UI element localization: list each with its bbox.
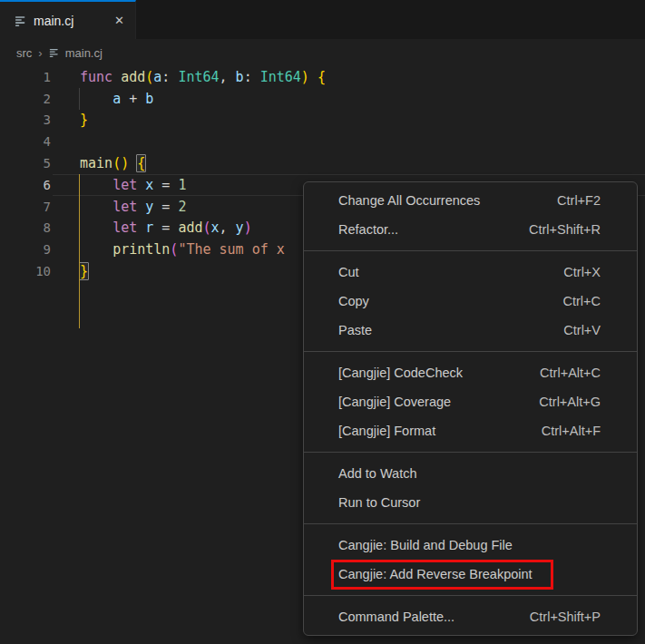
menu-item-shortcut: Ctrl+Shift+P (530, 610, 601, 624)
file-icon (15, 15, 27, 27)
line-number: 9 (0, 242, 51, 257)
menu-separator (304, 351, 637, 352)
menu-item-label: Command Palette... (338, 610, 454, 624)
code-text: println("The sum of x (80, 241, 285, 258)
menu-item-copy[interactable]: CopyCtrl+C (304, 287, 637, 316)
breadcrumb-file[interactable]: main.cj (65, 46, 103, 60)
line-number: 3 (0, 112, 51, 127)
line-number: 2 (0, 92, 51, 106)
menu-item-label: Copy (338, 294, 369, 308)
menu-item-cangjie-add-reverse-breakpoint[interactable]: Cangjie: Add Reverse Breakpoint (304, 560, 637, 589)
line-number: 4 (0, 134, 51, 149)
menu-item-change-all-occurrences[interactable]: Change All OccurrencesCtrl+F2 (304, 186, 637, 215)
menu-separator (304, 523, 637, 524)
code-line-4[interactable]: 4 (0, 131, 645, 152)
menu-item-label: Refactor... (338, 222, 398, 237)
menu-item-label: Add to Watch (338, 466, 417, 481)
code-line-5[interactable]: 5main() { (0, 152, 645, 174)
line-number: 6 (0, 178, 51, 192)
line-number: 10 (0, 264, 51, 278)
menu-item-label: [Cangjie] Coverage (338, 395, 451, 409)
menu-item-shortcut: Ctrl+X (563, 265, 601, 279)
tab-main-cj[interactable]: main.cj ✕ (0, 0, 136, 39)
menu-item-label: Cangjie: Add Reverse Breakpoint (338, 567, 533, 581)
menu-item-refactor[interactable]: Refactor...Ctrl+Shift+R (304, 215, 637, 244)
code-text: let r = add(x, y) (80, 220, 252, 236)
menu-item-label: Change All Occurrences (338, 193, 480, 208)
menu-item-shortcut: Ctrl+V (563, 323, 601, 337)
menu-item-label: Cut (338, 265, 359, 279)
menu-separator (304, 595, 637, 596)
line-number: 1 (0, 70, 51, 84)
menu-item-shortcut: Ctrl+Shift+R (529, 222, 601, 237)
tab-bar: main.cj ✕ (0, 0, 645, 40)
menu-item-cangjie-format[interactable]: [Cangjie] FormatCtrl+Alt+F (304, 416, 637, 445)
line-number: 7 (0, 200, 51, 214)
menu-separator (304, 452, 637, 453)
tab-title: main.cj (34, 14, 73, 28)
code-text: } (80, 112, 88, 128)
menu-item-label: [Cangjie] CodeCheck (338, 366, 463, 380)
menu-item-shortcut: Ctrl+Alt+C (540, 366, 601, 380)
code-text: main() { (80, 155, 145, 171)
menu-item-cangjie-coverage[interactable]: [Cangjie] CoverageCtrl+Alt+G (304, 387, 637, 416)
code-line-2[interactable]: 2 a + b (0, 88, 645, 110)
menu-item-command-palette[interactable]: Command Palette...Ctrl+Shift+P (304, 602, 637, 631)
menu-item-cangjie-codecheck[interactable]: [Cangjie] CodeCheckCtrl+Alt+C (304, 358, 637, 387)
menu-item-shortcut: Ctrl+Alt+F (542, 424, 601, 438)
menu-item-label: [Cangjie] Format (338, 424, 435, 438)
menu-item-label: Paste (338, 323, 372, 337)
code-text: func add(a: Int64, b: Int64) { (80, 69, 326, 85)
context-menu: Change All OccurrencesCtrl+F2Refactor...… (303, 181, 638, 636)
menu-item-shortcut: Ctrl+Alt+G (539, 395, 601, 409)
menu-item-cangjie-build-and-debug-file[interactable]: Cangjie: Build and Debug File (304, 531, 637, 560)
breadcrumb-folder[interactable]: src (16, 46, 32, 60)
code-line-1[interactable]: 1func add(a: Int64, b: Int64) { (0, 66, 645, 88)
menu-item-add-to-watch[interactable]: Add to Watch (304, 459, 637, 488)
menu-item-shortcut: Ctrl+C (563, 294, 601, 308)
code-text: } (80, 263, 88, 279)
menu-item-run-to-cursor[interactable]: Run to Cursor (304, 488, 637, 517)
code-text: let y = 2 (80, 199, 186, 215)
menu-item-shortcut: Ctrl+F2 (557, 193, 601, 208)
line-number: 5 (0, 156, 51, 171)
code-text: let x = 1 (80, 177, 186, 193)
breadcrumb: src › main.cj (0, 39, 645, 66)
menu-item-paste[interactable]: PasteCtrl+V (304, 316, 637, 345)
code-line-3[interactable]: 3} (0, 110, 645, 132)
close-icon[interactable]: ✕ (112, 13, 126, 28)
menu-separator (304, 250, 637, 251)
line-number: 8 (0, 220, 51, 235)
file-icon (49, 47, 60, 58)
menu-item-cut[interactable]: CutCtrl+X (304, 258, 637, 287)
menu-item-label: Cangjie: Build and Debug File (338, 538, 513, 552)
chevron-right-icon: › (38, 46, 42, 60)
menu-item-label: Run to Cursor (338, 495, 420, 510)
code-text: a + b (80, 91, 153, 107)
